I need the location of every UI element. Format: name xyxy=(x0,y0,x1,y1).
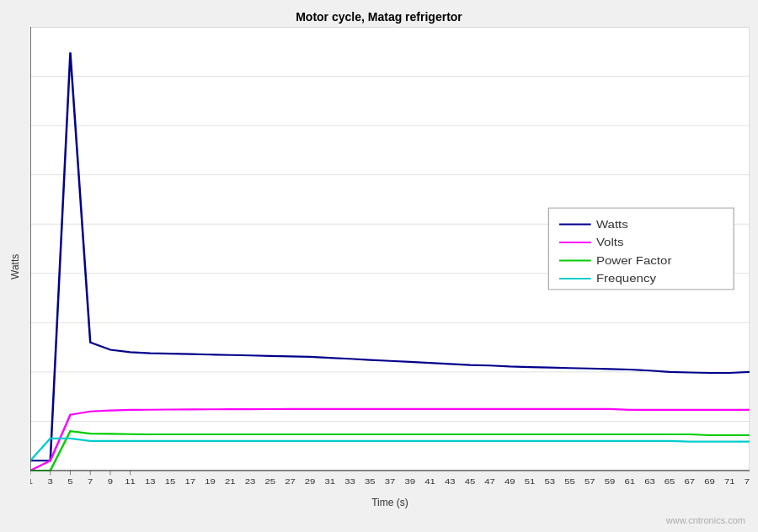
svg-text:71: 71 xyxy=(724,476,735,486)
svg-text:7: 7 xyxy=(88,476,93,486)
svg-text:3: 3 xyxy=(48,476,53,486)
svg-text:25: 25 xyxy=(264,476,275,486)
chart-inner: 0 100 200 300 400 500 600 700 800 900 1 … xyxy=(30,27,750,507)
svg-text:43: 43 xyxy=(445,476,456,486)
svg-text:31: 31 xyxy=(325,476,336,486)
svg-text:49: 49 xyxy=(504,476,515,486)
svg-text:55: 55 xyxy=(564,476,575,486)
watermark: www.cntronics.com xyxy=(666,515,745,525)
chart-title: Motor cycle, Matag refrigertor xyxy=(296,10,462,24)
y-axis-label: Watts xyxy=(7,27,24,507)
svg-text:65: 65 xyxy=(665,476,675,486)
svg-text:63: 63 xyxy=(644,476,655,486)
svg-text:37: 37 xyxy=(385,476,396,486)
svg-text:23: 23 xyxy=(245,476,256,486)
svg-text:21: 21 xyxy=(225,476,236,486)
svg-text:5: 5 xyxy=(67,476,72,486)
svg-text:57: 57 xyxy=(585,476,595,486)
svg-text:19: 19 xyxy=(205,476,216,486)
svg-text:Watts: Watts xyxy=(596,218,628,231)
svg-text:45: 45 xyxy=(465,476,476,486)
svg-text:47: 47 xyxy=(484,476,495,486)
svg-text:39: 39 xyxy=(404,476,415,486)
svg-text:73: 73 xyxy=(745,476,750,486)
svg-text:33: 33 xyxy=(344,476,355,486)
svg-text:13: 13 xyxy=(145,476,156,486)
x-axis-label: Time (s) xyxy=(30,497,750,508)
chart-container: Motor cycle, Matag refrigertor Watts xyxy=(0,0,758,532)
svg-text:1: 1 xyxy=(30,476,33,486)
svg-text:69: 69 xyxy=(704,476,715,486)
chart-area: Watts xyxy=(0,27,758,532)
svg-text:15: 15 xyxy=(165,476,176,486)
svg-text:9: 9 xyxy=(108,476,113,486)
main-chart-svg: 0 100 200 300 400 500 600 700 800 900 1 … xyxy=(30,27,750,507)
svg-text:27: 27 xyxy=(285,476,296,486)
svg-text:61: 61 xyxy=(624,476,635,486)
svg-text:41: 41 xyxy=(424,476,435,486)
svg-text:35: 35 xyxy=(365,476,376,486)
svg-text:29: 29 xyxy=(305,476,316,486)
svg-text:67: 67 xyxy=(685,476,696,486)
svg-text:Frequency: Frequency xyxy=(596,272,656,285)
svg-text:11: 11 xyxy=(125,476,136,486)
svg-text:Volts: Volts xyxy=(596,236,624,248)
svg-text:59: 59 xyxy=(605,476,616,486)
svg-text:17: 17 xyxy=(184,476,195,486)
svg-text:51: 51 xyxy=(525,476,536,486)
svg-text:Power Factor: Power Factor xyxy=(596,254,672,267)
svg-text:53: 53 xyxy=(544,476,555,486)
